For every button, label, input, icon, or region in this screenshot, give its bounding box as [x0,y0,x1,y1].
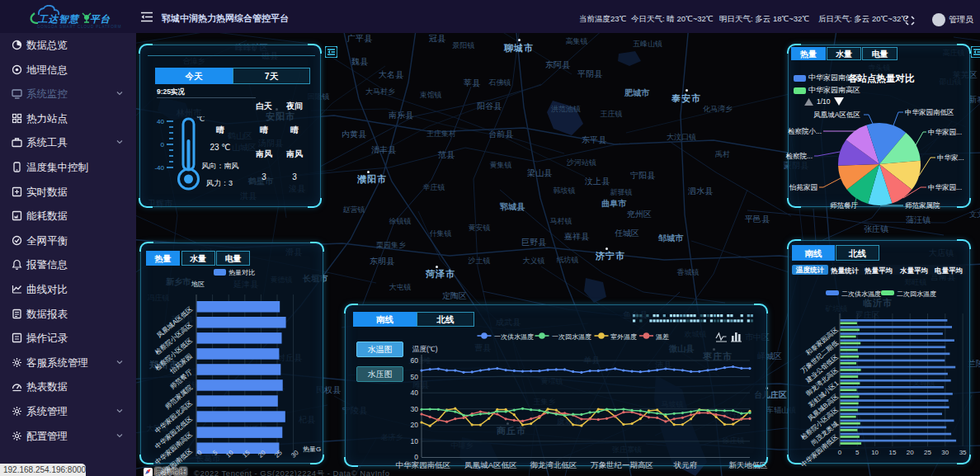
svg-text:0: 0 [161,141,165,148]
svg-text:-40: -40 [154,164,164,172]
svg-text:℃: ℃ [196,116,205,123]
svg-text:40: 40 [157,118,164,125]
svg-text:工达智慧: 工达智慧 [37,14,81,24]
svg-text:GONGDA SMART CLOUD PLATFORM: GONGDA SMART CLOUD PLATFORM [37,25,121,29]
svg-text:平台: 平台 [90,14,111,24]
